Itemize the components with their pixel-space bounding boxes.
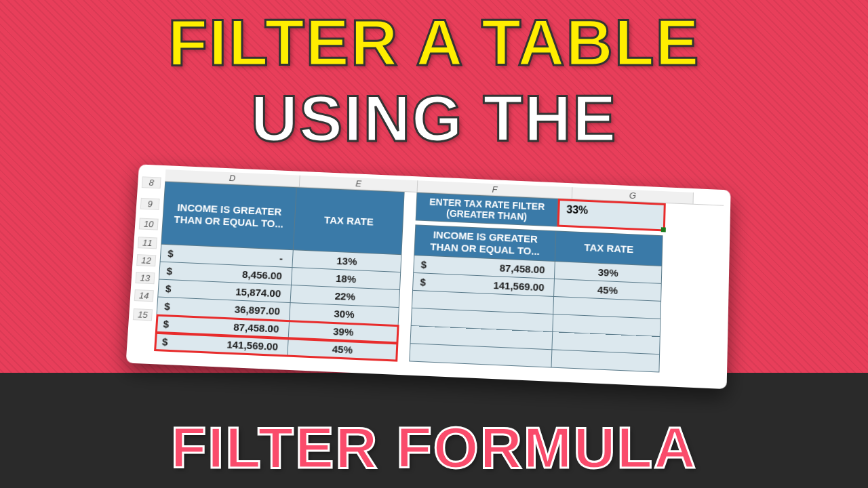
row-num: 10 [139,218,159,230]
row-num: 11 [138,237,157,249]
row-num: 12 [136,254,156,266]
left-header-rate: TAX RATE [293,188,404,255]
right-header-rate: TAX RATE [555,231,663,266]
row-num: 15 [133,308,153,321]
title-line-1: FILTER A TABLE [0,5,868,80]
filter-label: ENTER TAX RATE FILTER (GREATER THAN) [416,192,558,227]
title-line-3: FILTER FORMULA [0,414,868,481]
row-num: 8 [142,176,161,188]
source-table: INCOME IS GREATER THAN OR EQUAL TO... TA… [154,182,405,361]
left-header-income: INCOME IS GREATER THAN OR EQUAL TO... [161,182,297,250]
row-num: 14 [134,289,154,302]
result-table: INCOME IS GREATER THAN OR EQUAL TO... TA… [409,225,663,373]
filter-value-cell[interactable]: 33% [557,199,666,232]
row-num: 9 [140,198,160,210]
title-line-2: USING THE [0,81,868,156]
spreadsheet-panel: D E F G 8 9 10 11 12 13 14 15 INCOME IS … [128,163,733,388]
row-num: 13 [135,272,155,284]
